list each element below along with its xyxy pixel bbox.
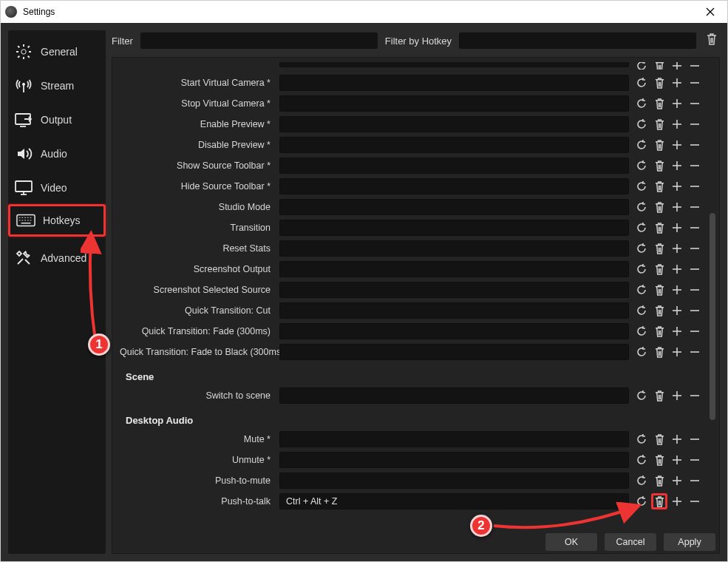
add-hotkey-button[interactable] xyxy=(669,452,685,468)
remove-hotkey-button[interactable] xyxy=(687,62,703,70)
clear-hotkey-button[interactable] xyxy=(651,220,667,236)
add-hotkey-button[interactable] xyxy=(669,158,685,174)
add-hotkey-button[interactable] xyxy=(669,431,685,447)
add-hotkey-button[interactable] xyxy=(669,473,685,489)
clear-hotkey-button[interactable] xyxy=(651,158,667,174)
clear-hotkey-button[interactable] xyxy=(651,493,667,509)
undo-button[interactable] xyxy=(633,199,650,215)
hotkey-input[interactable] xyxy=(279,452,629,468)
remove-hotkey-button[interactable] xyxy=(687,344,703,360)
add-hotkey-button[interactable] xyxy=(669,261,685,277)
hotkey-input[interactable] xyxy=(279,199,629,215)
undo-button[interactable] xyxy=(633,75,650,91)
hotkey-input[interactable] xyxy=(279,220,629,236)
remove-hotkey-button[interactable] xyxy=(687,473,703,489)
remove-hotkey-button[interactable] xyxy=(687,452,703,468)
undo-button[interactable] xyxy=(633,261,650,277)
undo-button[interactable] xyxy=(633,387,650,404)
hotkey-input[interactable] xyxy=(279,95,629,112)
cancel-button[interactable]: Cancel xyxy=(605,533,656,551)
clear-hotkey-button[interactable] xyxy=(651,302,667,319)
clear-hotkey-button[interactable] xyxy=(651,387,667,404)
hotkey-input[interactable] xyxy=(279,302,629,319)
remove-hotkey-button[interactable] xyxy=(687,387,703,404)
add-hotkey-button[interactable] xyxy=(669,220,685,236)
hotkey-input[interactable] xyxy=(279,323,629,339)
hotkey-input[interactable] xyxy=(279,387,629,404)
clear-hotkey-button[interactable] xyxy=(651,178,667,194)
undo-button[interactable] xyxy=(633,302,650,319)
apply-button[interactable]: Apply xyxy=(664,533,715,551)
hotkey-input[interactable] xyxy=(279,261,629,277)
remove-hotkey-button[interactable] xyxy=(687,95,703,112)
add-hotkey-button[interactable] xyxy=(669,95,685,112)
undo-button[interactable] xyxy=(633,431,650,447)
undo-button[interactable] xyxy=(633,323,650,339)
clear-hotkey-button[interactable] xyxy=(651,240,667,257)
filter-input[interactable] xyxy=(140,33,378,49)
hotkey-input[interactable] xyxy=(279,473,629,489)
clear-hotkey-button[interactable] xyxy=(651,282,667,298)
add-hotkey-button[interactable] xyxy=(669,199,685,215)
hotkey-input[interactable] xyxy=(279,178,629,194)
add-hotkey-button[interactable] xyxy=(669,240,685,257)
clear-hotkey-button[interactable] xyxy=(651,75,667,91)
add-hotkey-button[interactable] xyxy=(669,302,685,319)
remove-hotkey-button[interactable] xyxy=(687,220,703,236)
remove-hotkey-button[interactable] xyxy=(687,158,703,174)
undo-button[interactable] xyxy=(633,452,650,468)
clear-hotkey-button[interactable] xyxy=(651,199,667,215)
add-hotkey-button[interactable] xyxy=(669,493,685,509)
scrollbar[interactable] xyxy=(709,65,716,546)
add-hotkey-button[interactable] xyxy=(669,178,685,194)
hotkey-input[interactable] xyxy=(279,62,629,67)
hotkey-input[interactable] xyxy=(279,282,629,298)
undo-button[interactable] xyxy=(633,116,650,132)
remove-hotkey-button[interactable] xyxy=(687,137,703,153)
add-hotkey-button[interactable] xyxy=(669,387,685,404)
clear-hotkey-button[interactable] xyxy=(651,95,667,112)
add-hotkey-button[interactable] xyxy=(669,137,685,153)
sidebar-item-advanced[interactable]: Advanced xyxy=(8,241,106,275)
sidebar-item-audio[interactable]: Audio xyxy=(8,137,106,171)
hotkey-input[interactable] xyxy=(279,75,629,91)
hotkey-input[interactable]: Ctrl + Alt + Z xyxy=(279,493,629,509)
clear-hotkey-button[interactable] xyxy=(651,344,667,360)
remove-hotkey-button[interactable] xyxy=(687,240,703,257)
add-hotkey-button[interactable] xyxy=(669,282,685,298)
undo-button[interactable] xyxy=(633,220,650,236)
add-hotkey-button[interactable] xyxy=(669,344,685,360)
hotkey-input[interactable] xyxy=(279,116,629,132)
add-hotkey-button[interactable] xyxy=(669,75,685,91)
remove-hotkey-button[interactable] xyxy=(687,178,703,194)
undo-button[interactable] xyxy=(633,158,650,174)
clear-hotkey-button[interactable] xyxy=(651,473,667,489)
remove-hotkey-button[interactable] xyxy=(687,75,703,91)
remove-hotkey-button[interactable] xyxy=(687,116,703,132)
clear-hotkey-button[interactable] xyxy=(651,431,667,447)
remove-hotkey-button[interactable] xyxy=(687,431,703,447)
clear-filter-button[interactable] xyxy=(704,33,720,48)
add-hotkey-button[interactable] xyxy=(669,62,685,70)
undo-button[interactable] xyxy=(633,137,650,153)
hotkey-input[interactable] xyxy=(279,240,629,257)
clear-hotkey-button[interactable] xyxy=(651,452,667,468)
remove-hotkey-button[interactable] xyxy=(687,282,703,298)
clear-hotkey-button[interactable] xyxy=(651,323,667,339)
hotkey-input[interactable] xyxy=(279,431,629,447)
undo-button[interactable] xyxy=(633,473,650,489)
sidebar-item-stream[interactable]: Stream xyxy=(8,69,106,103)
undo-button[interactable] xyxy=(633,282,650,298)
hotkey-input[interactable] xyxy=(279,158,629,174)
remove-hotkey-button[interactable] xyxy=(687,302,703,319)
hotkey-input[interactable] xyxy=(279,137,629,153)
undo-button[interactable] xyxy=(633,178,650,194)
remove-hotkey-button[interactable] xyxy=(687,493,703,509)
remove-hotkey-button[interactable] xyxy=(687,261,703,277)
undo-button[interactable] xyxy=(633,62,650,70)
ok-button[interactable]: OK xyxy=(545,533,597,551)
add-hotkey-button[interactable] xyxy=(669,323,685,339)
sidebar-item-output[interactable]: Output xyxy=(8,103,106,137)
remove-hotkey-button[interactable] xyxy=(687,323,703,339)
undo-button[interactable] xyxy=(633,95,650,112)
